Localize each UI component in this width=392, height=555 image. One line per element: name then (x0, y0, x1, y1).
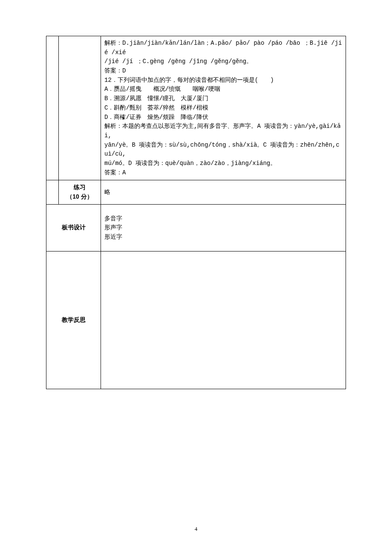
board-line-2: 形声字 (104, 224, 122, 231)
practice-content: 略 (104, 189, 110, 195)
practice-label-2: （10 分） (66, 193, 92, 200)
answer-line-5: A．赝品/摇曳 概况/愤慨 咽喉/哽咽 (104, 86, 220, 92)
reflection-row: 教学反思 (46, 251, 346, 389)
board-content-cell: 多音字 形声字 形近字 (101, 204, 346, 251)
reflection-content-cell (101, 251, 346, 389)
answer-line-2: /jié /jí ；C.gèng /gēng /jīng /gěng/gěng。 (104, 58, 252, 65)
board-label-cell: 板书设计 (46, 204, 101, 251)
lesson-plan-table: 解析：D.jiān/jiàn/kǎn/lán/làn；A.pǎo/ pǎo/ p… (46, 36, 346, 389)
answer-line-12: 答案：A (104, 169, 126, 176)
answer-line-7: C．斟酌/甄别 荟萃/猝然 模样/楷模 (104, 104, 208, 111)
board-line-1: 多音字 (104, 215, 122, 222)
answer-line-4: 12．下列词语中加点的字，每对的读音都不相同的一项是( ) (104, 77, 274, 84)
answer-line-8: D．商榷/证券 燥热/烦躁 降临/降伏 (104, 114, 208, 121)
answer-line-10: yān/yè。B 项读音为：sù/sù,chōng/tóng，shà/xià。C… (104, 142, 340, 158)
answer-line-9: 解析：本题的考查点以形近字为主,间有多音字、形声字。A 项读音为：yàn/yè,… (104, 123, 340, 139)
page-number: 4 (46, 526, 346, 532)
reflection-label: 教学反思 (62, 316, 86, 323)
answer-line-11: mú/mó。D 项读音为：què/quàn，zào/zào，jiàng/xián… (104, 160, 276, 167)
empty-side-cell (46, 180, 59, 204)
answer-line-6: B．溯源/夙愿 憧憬/瞳孔 大厦/厦门 (104, 95, 208, 102)
empty-side-cell (46, 36, 59, 180)
reflection-label-cell: 教学反思 (46, 251, 101, 389)
board-label: 板书设计 (62, 224, 86, 231)
board-design-row: 板书设计 多音字 形声字 形近字 (46, 204, 346, 251)
practice-content-cell: 略 (101, 180, 346, 204)
answer-row: 解析：D.jiān/jiàn/kǎn/lán/làn；A.pǎo/ pǎo/ p… (46, 36, 346, 180)
answer-content-cell: 解析：D.jiān/jiàn/kǎn/lán/làn；A.pǎo/ pǎo/ p… (101, 36, 346, 180)
answer-line-1: 解析：D.jiān/jiàn/kǎn/lán/làn；A.pǎo/ pǎo/ p… (104, 40, 342, 56)
board-line-3: 形近字 (104, 234, 122, 240)
practice-label-cell: 练习 （10 分） (59, 180, 101, 204)
practice-label-1: 练习 (74, 184, 86, 191)
practice-row: 练习 （10 分） 略 (46, 180, 346, 204)
answer-line-3: 答案：D (104, 67, 126, 74)
empty-label-cell (59, 36, 101, 180)
